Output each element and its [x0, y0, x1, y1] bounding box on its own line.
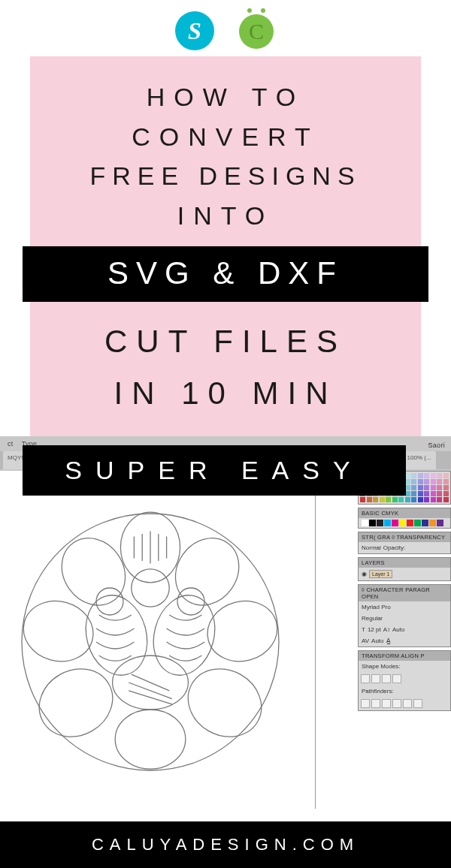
intersect-icon[interactable]: [382, 674, 391, 683]
swatch[interactable]: [418, 485, 423, 490]
swatch[interactable]: [443, 485, 449, 490]
swatch[interactable]: [392, 520, 398, 526]
swatch[interactable]: [377, 520, 383, 526]
leading-input[interactable]: Auto: [392, 626, 404, 633]
swatch[interactable]: [411, 497, 416, 502]
shape-modes-label: Shape Modes:: [362, 663, 401, 670]
cmyk-swatch-row[interactable]: [359, 518, 450, 528]
transparency-panel[interactable]: STR( GRA ◊ TRANSPARENCY Normal Opacity:: [358, 532, 451, 554]
svg-point-5: [201, 594, 284, 670]
pathfinder-buttons: [359, 697, 450, 710]
swatch[interactable]: [437, 520, 443, 526]
svg-point-6: [27, 656, 125, 750]
swatch[interactable]: [367, 497, 372, 502]
title-card: HOW TO CONVERT FREE DESIGNS INTO SVG & D…: [30, 56, 421, 438]
font-size-input[interactable]: 12 pt: [368, 626, 381, 633]
swatch[interactable]: [437, 479, 442, 484]
swatch[interactable]: [443, 473, 449, 478]
panel-header: STR( GRA ◊ TRANSPARENCY: [359, 532, 450, 542]
swatch[interactable]: [411, 473, 416, 478]
swatch[interactable]: [360, 497, 365, 502]
panels-dock: BASIC CMYK STR( GRA ◊ TRANSPARENCY Norma…: [358, 471, 451, 711]
swatch[interactable]: [424, 491, 429, 496]
tracking-icon: A̲: [386, 637, 390, 644]
shape-mode-buttons: [359, 672, 450, 686]
title-line-1: HOW TO: [44, 77, 407, 117]
swatch[interactable]: [431, 473, 436, 478]
character-panel[interactable]: ◊ CHARACTER PARAGR OPEN Myriad Pro Regul…: [358, 584, 451, 647]
swatch[interactable]: [431, 479, 436, 484]
subtitle-line-2: IN 10 MIN: [44, 364, 407, 416]
font-size-icon: T: [362, 626, 365, 633]
swatch[interactable]: [373, 497, 378, 502]
footer-bar: CALUYADESIGN.COM: [0, 821, 451, 868]
merge-icon[interactable]: [382, 699, 391, 708]
panel-header: LAYERS: [359, 558, 450, 568]
menu-item[interactable]: ct: [8, 440, 14, 448]
swatch[interactable]: [424, 473, 429, 478]
swatch[interactable]: [398, 497, 404, 502]
swatch[interactable]: [418, 479, 423, 484]
editor-canvas-area: BASIC CMYK STR( GRA ◊ TRANSPARENCY Norma…: [0, 471, 451, 809]
swatch[interactable]: [424, 497, 429, 502]
minus-front-icon[interactable]: [371, 674, 380, 683]
swatch[interactable]: [405, 497, 410, 502]
title-band-svg-dxf: SVG & DXF: [23, 246, 428, 302]
outline-icon[interactable]: [403, 699, 412, 708]
swatch[interactable]: [431, 497, 436, 502]
swatch[interactable]: [431, 491, 436, 496]
title-band-super-easy: SUPER EASY: [23, 445, 406, 496]
swatch[interactable]: [437, 485, 442, 490]
swatch[interactable]: [443, 497, 449, 502]
swatch[interactable]: [418, 497, 423, 502]
swatch[interactable]: [369, 520, 376, 526]
workspace-label[interactable]: Saori: [428, 438, 445, 453]
blend-mode-select[interactable]: Normal: [362, 544, 381, 551]
exclude-icon[interactable]: [392, 674, 401, 683]
swatch[interactable]: [411, 479, 416, 484]
swatch[interactable]: [437, 473, 442, 478]
swatch[interactable]: [407, 520, 413, 526]
swatch[interactable]: [443, 479, 449, 484]
svg-point-13: [96, 588, 123, 615]
swatch[interactable]: [392, 497, 398, 502]
swatch[interactable]: [424, 485, 429, 490]
artboard[interactable]: [0, 471, 316, 809]
title-line-2: CONVERT: [44, 117, 407, 157]
swatch[interactable]: [414, 520, 421, 526]
swatch[interactable]: [411, 491, 416, 496]
svg-point-8: [115, 710, 186, 769]
basic-cmyk-panel[interactable]: BASIC CMYK: [358, 508, 451, 529]
font-family-select[interactable]: Myriad Pro: [362, 604, 391, 610]
minus-back-icon[interactable]: [413, 699, 422, 708]
swatch[interactable]: [386, 497, 391, 502]
crop-icon[interactable]: [392, 699, 401, 708]
swatch[interactable]: [437, 497, 442, 502]
trim-icon[interactable]: [371, 699, 380, 708]
swatch[interactable]: [411, 485, 416, 490]
swatch[interactable]: [443, 491, 449, 496]
swatch[interactable]: [418, 473, 423, 478]
cricut-logo-icon: C: [237, 11, 276, 50]
swatch[interactable]: [399, 520, 406, 526]
unite-icon[interactable]: [361, 674, 370, 683]
layers-panel[interactable]: LAYERS ◉ Layer 1: [358, 557, 451, 581]
swatch[interactable]: [424, 479, 429, 484]
layer-row[interactable]: Layer 1: [369, 570, 392, 578]
svg-point-12: [132, 569, 169, 607]
visibility-toggle-icon[interactable]: ◉: [362, 571, 367, 577]
swatch[interactable]: [380, 497, 385, 502]
kerning-input[interactable]: Auto: [371, 637, 383, 644]
divide-icon[interactable]: [361, 699, 370, 708]
swatch[interactable]: [429, 520, 436, 526]
swatch[interactable]: [422, 520, 428, 526]
pathfinder-panel[interactable]: TRANSFORM ALIGN P Shape Modes: Pathfinde…: [358, 650, 451, 711]
font-style-select[interactable]: Regular: [362, 615, 383, 622]
swatch[interactable]: [431, 485, 436, 490]
swatch[interactable]: [437, 491, 442, 496]
opacity-label: Opacity:: [383, 544, 405, 551]
title-line-3: FREE DESIGNS: [44, 156, 407, 196]
swatch[interactable]: [418, 491, 423, 496]
swatch[interactable]: [362, 520, 368, 526]
swatch[interactable]: [384, 520, 391, 526]
